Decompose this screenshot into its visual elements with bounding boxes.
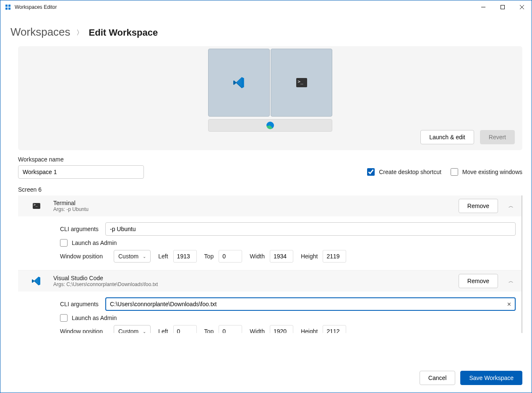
minimize-button[interactable] [474, 0, 493, 14]
width-input[interactable] [270, 325, 293, 333]
window-title: Workspaces Editor [15, 4, 57, 10]
app-header-vscode[interactable]: Visual Studio Code Args: C;\Users\connor… [18, 271, 522, 291]
titlebar: Workspaces Editor [0, 0, 532, 14]
create-shortcut-label: Create desktop shortcut [379, 169, 441, 175]
cli-input[interactable] [105, 222, 516, 236]
breadcrumb-current: Edit Workspace [89, 27, 158, 38]
cancel-button[interactable]: Cancel [420, 371, 456, 385]
position-select[interactable]: Custom ⌄ [114, 250, 151, 263]
app-name: Terminal [53, 200, 450, 206]
terminal-icon [296, 78, 307, 87]
app-list: Terminal Args: -p Ubuntu Remove ︿ CLI ar… [18, 195, 522, 333]
move-windows-checkbox[interactable] [451, 168, 458, 176]
left-input[interactable] [173, 325, 197, 333]
app-item-terminal: Terminal Args: -p Ubuntu Remove ︿ CLI ar… [18, 195, 522, 271]
cli-label: CLI arguments [60, 301, 100, 307]
app-args-summary: Args: -p Ubuntu [53, 206, 450, 212]
height-input[interactable] [323, 250, 346, 263]
checkbox-icon[interactable] [60, 239, 68, 247]
position-value: Custom [118, 253, 138, 260]
save-workspace-button[interactable]: Save Workspace [460, 371, 522, 385]
height-input[interactable] [323, 325, 346, 333]
position-value: Custom [118, 328, 138, 333]
create-shortcut-check[interactable]: Create desktop shortcut [367, 168, 441, 176]
revert-button: Revert [480, 130, 515, 144]
preview-tile-terminal[interactable] [271, 49, 332, 117]
edge-icon [266, 122, 274, 129]
cli-input[interactable] [105, 297, 516, 311]
remove-button[interactable]: Remove [459, 199, 498, 213]
close-button[interactable] [512, 0, 532, 14]
preview-panel: Launch & edit Revert [18, 46, 522, 150]
launch-admin-label: Launch as Admin [72, 315, 117, 321]
left-label: Left [158, 328, 168, 333]
top-label: Top [204, 253, 214, 260]
top-input[interactable] [219, 325, 242, 333]
app-name: Visual Studio Code [53, 275, 450, 281]
workspace-name-input[interactable] [18, 165, 144, 179]
width-label: Width [250, 328, 265, 333]
width-label: Width [250, 253, 265, 260]
app-args-summary: Args: C;\Users\connorplante\Downloads\fo… [53, 281, 450, 287]
app-icon [5, 4, 11, 10]
winpos-label: Window position [60, 253, 106, 260]
left-input[interactable] [173, 250, 197, 263]
height-label: Height [301, 328, 318, 333]
window-controls [474, 0, 532, 14]
svg-rect-1 [501, 5, 505, 9]
bottom-bar: Cancel Save Workspace [420, 371, 522, 385]
move-windows-check[interactable]: Move existing windows [451, 168, 522, 176]
launch-edit-button[interactable]: Launch & edit [420, 130, 474, 144]
chevron-down-icon: ⌄ [143, 329, 146, 333]
cli-label: CLI arguments [60, 226, 100, 232]
chevron-up-icon[interactable]: ︿ [506, 278, 516, 285]
breadcrumb-root[interactable]: Workspaces [10, 26, 70, 39]
app-item-vscode: Visual Studio Code Args: C;\Users\connor… [18, 271, 522, 333]
winpos-label: Window position [60, 328, 106, 333]
checkbox-icon[interactable] [60, 314, 68, 322]
screen-label: Screen 6 [18, 186, 522, 193]
clear-icon[interactable]: ✕ [507, 301, 511, 307]
height-label: Height [301, 253, 318, 260]
maximize-button[interactable] [493, 0, 512, 14]
left-label: Left [158, 253, 168, 260]
remove-button[interactable]: Remove [459, 274, 498, 288]
launch-admin-check[interactable]: Launch as Admin [60, 239, 117, 247]
preview-tile-edge[interactable] [208, 119, 332, 132]
position-select[interactable]: Custom ⌄ [114, 325, 151, 333]
launch-admin-check[interactable]: Launch as Admin [60, 314, 117, 322]
vscode-icon [233, 77, 245, 88]
breadcrumb: Workspaces 〉 Edit Workspace [0, 14, 532, 46]
create-shortcut-checkbox[interactable] [367, 168, 375, 176]
chevron-up-icon[interactable]: ︿ [506, 203, 516, 210]
app-header-terminal[interactable]: Terminal Args: -p Ubuntu Remove ︿ [18, 195, 522, 216]
preview-tile-vscode[interactable] [208, 49, 270, 117]
vscode-icon [32, 276, 41, 286]
width-input[interactable] [270, 250, 293, 263]
top-label: Top [204, 328, 214, 333]
chevron-down-icon: ⌄ [143, 254, 146, 259]
terminal-icon [33, 203, 40, 209]
launch-admin-label: Launch as Admin [72, 239, 117, 246]
top-input[interactable] [219, 250, 242, 263]
workspace-name-label: Workspace name [18, 156, 522, 163]
move-windows-label: Move existing windows [462, 169, 522, 175]
chevron-right-icon: 〉 [76, 29, 83, 37]
